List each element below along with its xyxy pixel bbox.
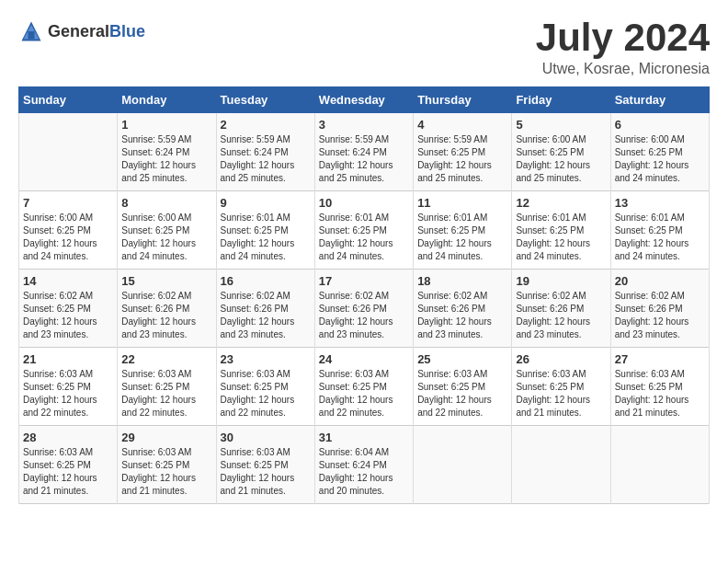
day-info: Sunrise: 6:03 AMSunset: 6:25 PMDaylight:…: [23, 446, 113, 498]
calendar-day-cell: 18Sunrise: 6:02 AMSunset: 6:26 PMDayligh…: [414, 270, 512, 348]
calendar-day-cell: 1Sunrise: 5:59 AMSunset: 6:24 PMDaylight…: [118, 113, 216, 191]
day-info: Sunrise: 6:00 AMSunset: 6:25 PMDaylight:…: [615, 133, 705, 185]
calendar-day-cell: [414, 426, 512, 504]
day-info: Sunrise: 6:00 AMSunset: 6:25 PMDaylight:…: [23, 212, 113, 263]
header-thursday: Thursday: [414, 87, 512, 113]
calendar-day-cell: 28Sunrise: 6:03 AMSunset: 6:25 PMDayligh…: [19, 426, 118, 504]
calendar-week-row: 14Sunrise: 6:02 AMSunset: 6:25 PMDayligh…: [19, 270, 710, 348]
day-number: 31: [319, 431, 409, 444]
day-number: 30: [221, 431, 311, 444]
day-number: 8: [121, 196, 211, 210]
day-info: Sunrise: 6:03 AMSunset: 6:25 PMDaylight:…: [221, 368, 311, 419]
title-section: July 2024 Utwe, Kosrae, Micronesia: [536, 18, 710, 77]
calendar-week-row: 21Sunrise: 6:03 AMSunset: 6:25 PMDayligh…: [19, 348, 710, 426]
day-number: 28: [23, 431, 113, 444]
day-info: Sunrise: 6:01 AMSunset: 6:25 PMDaylight:…: [221, 212, 311, 263]
calendar-day-cell: 20Sunrise: 6:02 AMSunset: 6:26 PMDayligh…: [610, 270, 709, 348]
calendar-day-cell: 7Sunrise: 6:00 AMSunset: 6:25 PMDaylight…: [19, 191, 118, 270]
day-number: 23: [221, 352, 311, 366]
header-wednesday: Wednesday: [314, 87, 413, 113]
day-number: 15: [121, 274, 211, 288]
day-number: 9: [221, 196, 311, 210]
day-number: 6: [615, 118, 705, 132]
day-number: 29: [121, 431, 211, 444]
day-number: 4: [417, 118, 507, 132]
day-info: Sunrise: 6:03 AMSunset: 6:25 PMDaylight:…: [319, 368, 409, 419]
day-info: Sunrise: 6:02 AMSunset: 6:26 PMDaylight:…: [319, 290, 409, 341]
header-friday: Friday: [512, 87, 610, 113]
day-info: Sunrise: 6:02 AMSunset: 6:26 PMDaylight:…: [121, 290, 211, 341]
page-container: GeneralBlue July 2024 Utwe, Kosrae, Micr…: [18, 18, 710, 504]
header-saturday: Saturday: [610, 87, 709, 113]
day-number: 18: [417, 274, 507, 288]
logo-icon: [18, 18, 44, 44]
calendar-day-cell: 9Sunrise: 6:01 AMSunset: 6:25 PMDaylight…: [216, 191, 314, 270]
day-number: 12: [516, 196, 606, 210]
day-number: 24: [319, 352, 409, 366]
day-info: Sunrise: 6:02 AMSunset: 6:26 PMDaylight:…: [417, 290, 507, 341]
location-title: Utwe, Kosrae, Micronesia: [536, 61, 710, 77]
day-info: Sunrise: 6:03 AMSunset: 6:25 PMDaylight:…: [121, 446, 211, 498]
calendar-day-cell: 31Sunrise: 6:04 AMSunset: 6:24 PMDayligh…: [314, 426, 413, 504]
header: GeneralBlue July 2024 Utwe, Kosrae, Micr…: [18, 18, 710, 77]
day-info: Sunrise: 6:03 AMSunset: 6:25 PMDaylight:…: [121, 368, 211, 419]
day-info: Sunrise: 6:00 AMSunset: 6:25 PMDaylight:…: [121, 212, 211, 263]
calendar-day-cell: 10Sunrise: 6:01 AMSunset: 6:25 PMDayligh…: [314, 191, 413, 270]
day-number: 22: [121, 352, 211, 366]
calendar-day-cell: 30Sunrise: 6:03 AMSunset: 6:25 PMDayligh…: [216, 426, 314, 504]
day-info: Sunrise: 6:03 AMSunset: 6:25 PMDaylight:…: [221, 446, 311, 498]
calendar-day-cell: 13Sunrise: 6:01 AMSunset: 6:25 PMDayligh…: [610, 191, 709, 270]
day-info: Sunrise: 6:04 AMSunset: 6:24 PMDaylight:…: [319, 446, 409, 498]
header-monday: Monday: [118, 87, 216, 113]
calendar-day-cell: 21Sunrise: 6:03 AMSunset: 6:25 PMDayligh…: [19, 348, 118, 426]
day-number: 27: [615, 352, 705, 366]
calendar-week-row: 28Sunrise: 6:03 AMSunset: 6:25 PMDayligh…: [19, 426, 710, 504]
day-number: 19: [516, 274, 606, 288]
day-number: 11: [417, 196, 507, 210]
day-info: Sunrise: 6:01 AMSunset: 6:25 PMDaylight:…: [319, 212, 409, 263]
day-info: Sunrise: 6:01 AMSunset: 6:25 PMDaylight:…: [615, 212, 705, 263]
calendar-header-row: Sunday Monday Tuesday Wednesday Thursday…: [19, 87, 710, 113]
day-number: 14: [23, 274, 113, 288]
calendar-day-cell: 2Sunrise: 5:59 AMSunset: 6:24 PMDaylight…: [216, 113, 314, 191]
day-number: 5: [516, 118, 606, 132]
calendar-day-cell: 19Sunrise: 6:02 AMSunset: 6:26 PMDayligh…: [512, 270, 610, 348]
day-info: Sunrise: 6:02 AMSunset: 6:26 PMDaylight:…: [615, 290, 705, 341]
calendar-day-cell: [512, 426, 610, 504]
day-number: 21: [23, 352, 113, 366]
day-number: 7: [23, 196, 113, 210]
day-number: 20: [615, 274, 705, 288]
day-info: Sunrise: 5:59 AMSunset: 6:24 PMDaylight:…: [319, 133, 409, 185]
calendar-day-cell: 22Sunrise: 6:03 AMSunset: 6:25 PMDayligh…: [118, 348, 216, 426]
day-info: Sunrise: 5:59 AMSunset: 6:24 PMDaylight:…: [221, 133, 311, 185]
day-number: 17: [319, 274, 409, 288]
calendar-day-cell: 16Sunrise: 6:02 AMSunset: 6:26 PMDayligh…: [216, 270, 314, 348]
calendar-day-cell: 26Sunrise: 6:03 AMSunset: 6:25 PMDayligh…: [512, 348, 610, 426]
svg-rect-2: [28, 31, 35, 39]
calendar-week-row: 7Sunrise: 6:00 AMSunset: 6:25 PMDaylight…: [19, 191, 710, 270]
logo-text-general: General: [48, 22, 109, 40]
calendar-day-cell: 6Sunrise: 6:00 AMSunset: 6:25 PMDaylight…: [610, 113, 709, 191]
calendar-day-cell: 17Sunrise: 6:02 AMSunset: 6:26 PMDayligh…: [314, 270, 413, 348]
calendar-day-cell: 5Sunrise: 6:00 AMSunset: 6:25 PMDaylight…: [512, 113, 610, 191]
day-number: 16: [221, 274, 311, 288]
calendar-day-cell: [19, 113, 118, 191]
day-number: 26: [516, 352, 606, 366]
calendar-day-cell: 29Sunrise: 6:03 AMSunset: 6:25 PMDayligh…: [118, 426, 216, 504]
header-sunday: Sunday: [19, 87, 118, 113]
day-number: 13: [615, 196, 705, 210]
day-info: Sunrise: 6:01 AMSunset: 6:25 PMDaylight:…: [417, 212, 507, 263]
day-number: 25: [417, 352, 507, 366]
month-title: July 2024: [536, 18, 710, 57]
calendar-day-cell: 27Sunrise: 6:03 AMSunset: 6:25 PMDayligh…: [610, 348, 709, 426]
day-info: Sunrise: 5:59 AMSunset: 6:24 PMDaylight:…: [121, 133, 211, 185]
day-number: 3: [319, 118, 409, 132]
day-info: Sunrise: 6:02 AMSunset: 6:26 PMDaylight:…: [221, 290, 311, 341]
calendar-day-cell: 12Sunrise: 6:01 AMSunset: 6:25 PMDayligh…: [512, 191, 610, 270]
calendar-week-row: 1Sunrise: 5:59 AMSunset: 6:24 PMDaylight…: [19, 113, 710, 191]
day-info: Sunrise: 6:02 AMSunset: 6:26 PMDaylight:…: [516, 290, 606, 341]
logo: GeneralBlue: [18, 18, 145, 44]
day-info: Sunrise: 6:03 AMSunset: 6:25 PMDaylight:…: [23, 368, 113, 419]
calendar-day-cell: 15Sunrise: 6:02 AMSunset: 6:26 PMDayligh…: [118, 270, 216, 348]
calendar-day-cell: 23Sunrise: 6:03 AMSunset: 6:25 PMDayligh…: [216, 348, 314, 426]
